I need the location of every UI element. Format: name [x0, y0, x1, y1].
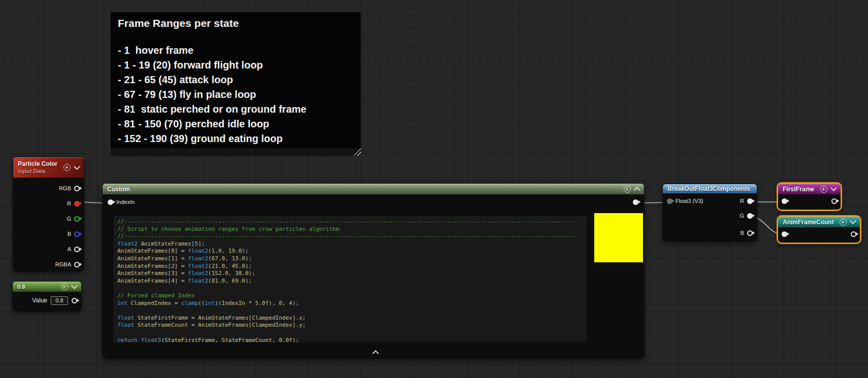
pin-row-r: R: [13, 196, 80, 211]
comment-line: - 81 - 150 (70) perched idle loop: [118, 117, 353, 131]
comment-box[interactable]: Frame Ranges per state - 1 hover frame -…: [111, 12, 361, 148]
comment-title: Frame Ranges per state: [118, 17, 353, 29]
code-line: return float3(StateFirstFrame, StateFram…: [117, 337, 587, 343]
code-line: AnimStateFrames[3] = float2(152.0, 38.0)…: [117, 270, 587, 278]
pin-row-rgba: RGBA: [13, 257, 80, 272]
chevron-down-icon[interactable]: [830, 185, 837, 191]
node-first-frame[interactable]: FirstFrame: [778, 184, 841, 210]
pin-row-b: B: [13, 226, 80, 242]
value-label: Value: [32, 297, 47, 304]
pin-label-float3: Float3 (V3): [676, 198, 703, 204]
particle-color-subtitle: Input Data: [18, 167, 57, 175]
code-line: [117, 285, 587, 292]
comment-line: - 81 static perched or on ground frame: [118, 102, 353, 117]
input-pin-first-frame[interactable]: [782, 198, 787, 204]
code-line: [117, 329, 587, 337]
chevron-down-icon[interactable]: [71, 283, 78, 289]
pin-row-out-r: R: [740, 198, 753, 204]
first-frame-title: FirstFrame: [783, 186, 814, 193]
output-pin-first-frame[interactable]: [831, 198, 837, 204]
chevron-down-icon[interactable]: [74, 163, 80, 170]
pin-label-out-r: R: [740, 198, 744, 204]
anim-frame-count-header[interactable]: AnimFrameCount: [778, 217, 860, 227]
output-pin-anim-frame-count[interactable]: [851, 231, 856, 237]
anim-frame-count-title: AnimFrameCount: [783, 219, 834, 226]
input-pin-float3[interactable]: [667, 198, 672, 204]
pin-row-g: G: [13, 211, 80, 226]
pin-label-r: R: [67, 200, 71, 207]
pin-label-b: B: [68, 231, 71, 237]
pin-row-a: A: [13, 242, 80, 257]
output-pin-r[interactable]: [74, 201, 80, 207]
output-pin-custom-result[interactable]: [633, 199, 638, 205]
output-pin-b[interactable]: [74, 231, 80, 237]
pin-row-out-b: B: [741, 230, 753, 236]
value-input[interactable]: 0.8: [51, 296, 68, 305]
pin-label-indexin: IndexIn: [116, 199, 135, 205]
output-pin-rgb[interactable]: [74, 186, 80, 191]
code-line: float StateFirstFrame = AnimStateFrames[…: [117, 315, 587, 322]
code-line: float StateFrameCount = AnimStateFrames[…: [117, 322, 587, 329]
custom-title: Custom: [107, 186, 130, 193]
custom-header[interactable]: Custom: [103, 184, 644, 194]
pin-row-rgb: RGB: [13, 181, 80, 196]
code-line: float2 AnimStateFrames[5];: [117, 240, 587, 248]
constant-title: 0.8: [17, 284, 25, 290]
material-graph-canvas[interactable]: Frame Ranges per state - 1 hover frame -…: [0, 0, 868, 378]
node-custom[interactable]: Custom IndexIn //-----------------------…: [103, 184, 644, 358]
pin-label-a: A: [68, 246, 71, 252]
node-breakout-float3-components[interactable]: BreakOutFloat3Components Float3 (V3) R G…: [663, 184, 757, 241]
collapse-chevron-up-icon[interactable]: [372, 350, 379, 357]
code-line: AnimStateFrames[0] = float2(1.0, 19.0);: [117, 248, 587, 255]
play-icon[interactable]: [63, 164, 71, 171]
comment-line: - 21 - 65 (45) attack loop: [118, 73, 353, 87]
output-pin-rgba[interactable]: [74, 262, 80, 267]
chevron-up-icon[interactable]: [634, 187, 640, 193]
pin-label-rgba: RGBA: [55, 261, 71, 267]
particle-color-title: Particle Color: [18, 160, 57, 167]
constant-header[interactable]: 0.8: [13, 282, 81, 292]
code-line: //--------------------------------------…: [117, 233, 587, 240]
node-anim-frame-count[interactable]: AnimFrameCount: [778, 217, 860, 243]
hlsl-code-editor[interactable]: //--------------------------------------…: [113, 215, 588, 343]
output-pin-r[interactable]: [747, 198, 753, 204]
output-pin-g[interactable]: [747, 213, 753, 219]
code-line: // Forced clamped Index: [117, 292, 587, 300]
output-pin-b[interactable]: [747, 230, 753, 236]
output-pin-g[interactable]: [74, 216, 80, 222]
code-line: AnimStateFrames[1] = float2(67.0, 13.0);: [117, 255, 587, 263]
comment-line: - 1 - 19 (20) forward flight loop: [118, 58, 353, 73]
code-line: AnimStateFrames[2] = float2(21.0, 45.0);: [117, 263, 587, 270]
code-line: int ClampedIndex = clamp((int)(IndexIn *…: [117, 300, 587, 307]
preview-swatch: [594, 213, 643, 262]
node-particle-color[interactable]: Particle Color Input Data RGB R G B: [13, 157, 84, 271]
comment-footer-bar[interactable]: [111, 148, 361, 156]
play-icon[interactable]: [840, 219, 847, 226]
comment-line: - 1 hover frame: [118, 43, 353, 58]
code-line: // Script to choose animation ranges fro…: [117, 226, 587, 233]
output-pin-a[interactable]: [74, 247, 80, 252]
node-constant-0-8[interactable]: 0.8 Value 0.8: [13, 282, 81, 311]
input-pin-indexin[interactable]: [108, 199, 113, 205]
comment-line: - 152 - 190 (39) ground eating loop: [118, 131, 353, 146]
code-line: [117, 307, 587, 315]
comment-line: - 67 - 79 (13) fly in place loop: [118, 87, 353, 102]
pin-label-rgb: RGB: [59, 185, 71, 191]
pin-row-float3: Float3 (V3): [667, 198, 703, 204]
chevron-down-icon[interactable]: [850, 218, 856, 224]
play-icon[interactable]: [820, 186, 827, 193]
pin-row-out-g: G: [740, 213, 753, 219]
first-frame-header[interactable]: FirstFrame: [778, 184, 841, 194]
breakout-header[interactable]: BreakOutFloat3Components: [663, 184, 757, 193]
pin-row-indexin: IndexIn: [108, 199, 135, 205]
particle-color-header[interactable]: Particle Color Input Data: [13, 157, 84, 178]
pin-label-out-b: B: [741, 230, 744, 236]
output-pin-value[interactable]: [72, 298, 77, 303]
play-icon[interactable]: [61, 283, 68, 290]
pin-label-out-g: G: [740, 213, 744, 219]
play-icon[interactable]: [624, 186, 631, 193]
breakout-title: BreakOutFloat3Components: [667, 185, 750, 192]
code-line: //--------------------------------------…: [117, 218, 587, 226]
input-pin-anim-frame-count[interactable]: [782, 231, 787, 237]
code-line: AnimStateFrames[4] = float2(81.0, 69.0);: [117, 278, 587, 285]
